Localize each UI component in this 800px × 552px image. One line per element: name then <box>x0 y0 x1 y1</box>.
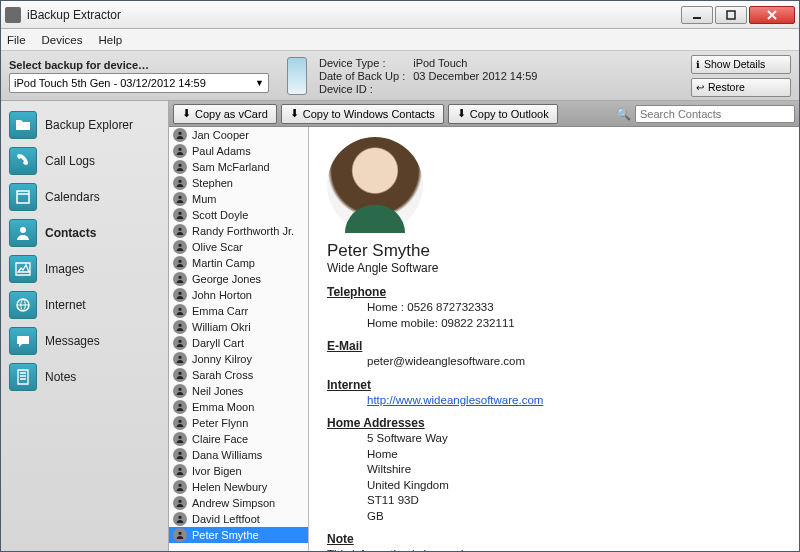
menu-file[interactable]: File <box>7 34 26 46</box>
email-value: peter@wideanglesoftware.com <box>327 354 781 370</box>
device-id-label: Device ID : <box>319 83 405 95</box>
menu-devices[interactable]: Devices <box>42 34 83 46</box>
person-icon <box>173 528 187 542</box>
sidebar-item-internet[interactable]: Internet <box>1 287 168 323</box>
sidebar-item-call-logs[interactable]: Call Logs <box>1 143 168 179</box>
sidebar-item-notes[interactable]: Notes <box>1 359 168 395</box>
contact-list-item[interactable]: Ivor Bigen <box>169 463 308 479</box>
contact-list-item[interactable]: Andrew Simpson <box>169 495 308 511</box>
contact-company: Wide Angle Software <box>327 261 781 275</box>
contact-name: Peter Smythe <box>192 529 259 541</box>
contact-list-item[interactable]: Peter Smythe <box>169 527 308 543</box>
person-icon <box>173 192 187 206</box>
contact-list-item[interactable]: Dana Williams <box>169 447 308 463</box>
contact-name: Peter Smythe <box>327 241 781 261</box>
contact-list-item[interactable]: Jonny Kilroy <box>169 351 308 367</box>
contact-list-item[interactable]: Jan Cooper <box>169 127 308 143</box>
sidebar-item-calendars[interactable]: Calendars <box>1 179 168 215</box>
person-icon <box>173 272 187 286</box>
contact-name: Helen Newbury <box>192 481 267 493</box>
backup-select-value: iPod Touch 5th Gen - 03/12/2012 14:59 <box>14 77 206 89</box>
contact-list-item[interactable]: Paul Adams <box>169 143 308 159</box>
contact-list-item[interactable]: Randy Forthworth Jr. <box>169 223 308 239</box>
contact-list-item[interactable]: Claire Face <box>169 431 308 447</box>
backup-select[interactable]: iPod Touch 5th Gen - 03/12/2012 14:59 ▼ <box>9 73 269 93</box>
search-input[interactable] <box>635 105 795 123</box>
telephone-section: Telephone Home : 0526 872732333 Home mob… <box>327 285 781 331</box>
svg-rect-0 <box>693 17 701 19</box>
contact-list-item[interactable]: Sarah Cross <box>169 367 308 383</box>
telephone-header: Telephone <box>327 285 781 299</box>
contact-name: John Horton <box>192 289 252 301</box>
contact-list-item[interactable]: David Leftfoot <box>169 511 308 527</box>
contact-name: Neil Jones <box>192 385 243 397</box>
address-header: Home Addresses <box>327 416 781 430</box>
device-type-label: Device Type : <box>319 57 405 69</box>
restore-button[interactable]: ↩Restore <box>691 78 791 97</box>
chevron-down-icon: ▼ <box>255 78 264 88</box>
person-icon <box>173 368 187 382</box>
contact-list-item[interactable]: Peter Flynn <box>169 415 308 431</box>
contact-list-item[interactable]: Helen Newbury <box>169 479 308 495</box>
copy-windows-button[interactable]: ⬇Copy to Windows Contacts <box>281 104 444 124</box>
contact-list-item[interactable]: Olive Scar <box>169 239 308 255</box>
contact-list-item[interactable]: William Okri <box>169 319 308 335</box>
chat-icon <box>9 327 37 355</box>
person-icon <box>173 480 187 494</box>
person-icon <box>173 176 187 190</box>
menu-help[interactable]: Help <box>98 34 122 46</box>
contact-name: Jonny Kilroy <box>192 353 252 365</box>
sidebar-item-backup-explorer[interactable]: Backup Explorer <box>1 107 168 143</box>
phone-icon <box>9 147 37 175</box>
contact-name: Emma Moon <box>192 401 254 413</box>
close-button[interactable] <box>749 6 795 24</box>
info-icon: ℹ <box>696 59 700 70</box>
contact-list-item[interactable]: Mum <box>169 191 308 207</box>
note-header: Note <box>327 532 781 546</box>
copy-vcard-button[interactable]: ⬇Copy as vCard <box>173 104 277 124</box>
contact-name: Scott Doyle <box>192 209 248 221</box>
contact-list-item[interactable]: Martin Camp <box>169 255 308 271</box>
show-details-button[interactable]: ℹShow Details <box>691 55 791 74</box>
sidebar-item-label: Notes <box>45 370 76 384</box>
contact-name: Ivor Bigen <box>192 465 242 477</box>
contact-list-item[interactable]: Emma Carr <box>169 303 308 319</box>
sidebar-item-label: Messages <box>45 334 100 348</box>
minimize-button[interactable] <box>681 6 713 24</box>
contact-list[interactable]: Jan CooperPaul AdamsSam McFarlandStephen… <box>169 127 309 551</box>
contact-name: Daryll Cart <box>192 337 244 349</box>
sidebar-item-images[interactable]: Images <box>1 251 168 287</box>
website-link[interactable]: http://www.wideanglesoftware.com <box>367 394 543 406</box>
maximize-button[interactable] <box>715 6 747 24</box>
select-backup-label: Select backup for device… <box>9 59 269 71</box>
person-icon <box>173 304 187 318</box>
contact-avatar <box>327 137 423 233</box>
contact-name: Olive Scar <box>192 241 243 253</box>
person-icon <box>173 240 187 254</box>
sidebar: Backup ExplorerCall LogsCalendarsContact… <box>1 101 169 551</box>
email-section: E-Mail peter@wideanglesoftware.com <box>327 339 781 370</box>
contact-list-item[interactable]: Scott Doyle <box>169 207 308 223</box>
contact-list-item[interactable]: Stephen <box>169 175 308 191</box>
person-icon <box>173 432 187 446</box>
restore-icon: ↩ <box>696 82 704 93</box>
sidebar-item-contacts[interactable]: Contacts <box>1 215 168 251</box>
contacts-toolbar: ⬇Copy as vCard ⬇Copy to Windows Contacts… <box>169 101 799 127</box>
contact-name: Martin Camp <box>192 257 255 269</box>
sidebar-item-messages[interactable]: Messages <box>1 323 168 359</box>
contact-list-item[interactable]: George Jones <box>169 271 308 287</box>
person-icon <box>173 464 187 478</box>
contact-name: Stephen <box>192 177 233 189</box>
person-icon <box>173 512 187 526</box>
contact-list-item[interactable]: Neil Jones <box>169 383 308 399</box>
contact-list-item[interactable]: Emma Moon <box>169 399 308 415</box>
copy-outlook-button[interactable]: ⬇Copy to Outlook <box>448 104 558 124</box>
person-icon <box>173 320 187 334</box>
contact-list-item[interactable]: John Horton <box>169 287 308 303</box>
svg-rect-1 <box>727 11 735 19</box>
person-icon <box>173 416 187 430</box>
backup-date-label: Date of Back Up : <box>319 70 405 82</box>
contact-list-item[interactable]: Sam McFarland <box>169 159 308 175</box>
contact-list-item[interactable]: Daryll Cart <box>169 335 308 351</box>
app-icon <box>5 7 21 23</box>
